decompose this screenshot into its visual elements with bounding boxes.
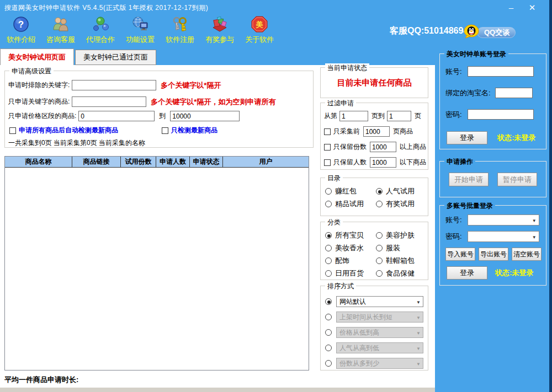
radio-button[interactable]	[325, 360, 332, 367]
price-from-input[interactable]	[78, 111, 155, 121]
column-header[interactable]: 商品链接	[72, 157, 121, 168]
advanced-settings-group: 申请高级设置 申请时排除的关键字: 多个关键字以*隔开 只申请关键字的商品: 多…	[4, 71, 314, 148]
exclude-keywords-input[interactable]	[72, 80, 156, 90]
radio-button[interactable]	[325, 245, 332, 251]
product-table[interactable]: 商品名称商品链接试用份数申请人数申请状态用户	[4, 156, 309, 370]
radio-button[interactable]	[325, 314, 332, 320]
only-latest-checkbox[interactable]	[162, 127, 168, 134]
product-table-body[interactable]	[5, 168, 309, 370]
column-header[interactable]: 用户	[223, 157, 309, 168]
toolbar-item-4[interactable]: 功能设置	[120, 15, 160, 47]
category-option[interactable]: 配饰	[325, 254, 376, 267]
sort-combobox[interactable]: 上架时间从长到短▼	[336, 312, 423, 323]
filter-from-input[interactable]	[339, 111, 368, 121]
radio-button[interactable]	[376, 188, 383, 195]
pause-apply-button[interactable]: 暂停申请	[497, 173, 537, 186]
account-input[interactable]	[468, 66, 534, 77]
single-login-button[interactable]: 登录	[447, 131, 487, 144]
column-header[interactable]: 商品名称	[5, 157, 72, 168]
help-icon: ?	[12, 15, 30, 34]
catalog-option[interactable]: 有奖试用	[376, 197, 426, 210]
batch-account-combobox[interactable]: ▼	[468, 214, 539, 225]
start-apply-button[interactable]: 开始申请	[449, 173, 489, 186]
toolbar-item-1[interactable]: ?软件介绍	[1, 15, 41, 47]
toolbar-item-7[interactable]: 美关于软件	[240, 15, 279, 47]
sort-combobox[interactable]: 份数从多到少▼	[336, 358, 423, 369]
column-header[interactable]: 申请状态	[190, 157, 223, 168]
export-accounts-button[interactable]: 导出账号	[479, 248, 508, 261]
radio-button[interactable]	[325, 298, 332, 305]
radio-button[interactable]	[325, 345, 332, 351]
filter-checkbox[interactable]	[324, 159, 331, 166]
single-login-status: 状态:未登录	[497, 133, 535, 143]
category-title: 分类	[325, 218, 343, 227]
qq-chat-button[interactable]: QQ交谈	[464, 24, 516, 40]
sort-combobox[interactable]: 人气从高到低▼	[336, 342, 423, 353]
category-option[interactable]: 美容护肤	[376, 229, 426, 241]
radio-button[interactable]	[325, 270, 332, 277]
chevron-down-icon: ▼	[416, 362, 421, 367]
catalog-option-label: 人气试用	[386, 186, 415, 196]
sort-combobox[interactable]: 价格从低到高▼	[336, 327, 423, 338]
filter-row: 只保留份数以上商品	[324, 142, 426, 152]
filter-checkbox[interactable]	[324, 144, 331, 151]
include-keywords-input[interactable]	[72, 96, 146, 107]
catalog-option[interactable]: 人气试用	[376, 185, 426, 197]
radio-button[interactable]	[325, 188, 332, 195]
radio-button[interactable]	[376, 257, 383, 264]
filter-to-input[interactable]	[387, 111, 411, 121]
column-header[interactable]: 试用份数	[121, 157, 156, 168]
category-option[interactable]: 食品保健	[376, 267, 426, 280]
filter-to-label: 页到	[371, 111, 385, 121]
category-option[interactable]: 日用百货	[325, 267, 376, 280]
batch-password-combobox[interactable]: ▼	[468, 231, 539, 242]
sort-group: 排序方式 网站默认▼上架时间从长到短▼价格从低到高▼人气从高到低▼份数从多到少▼	[320, 286, 428, 370]
close-button[interactable]: ✕	[524, 2, 540, 13]
taobao-name-input[interactable]	[495, 88, 533, 98]
radio-button[interactable]	[325, 232, 332, 239]
import-accounts-button[interactable]: 导入账号	[445, 248, 475, 261]
toolbar-item-label: 关于软件	[245, 35, 274, 45]
filter-checkbox[interactable]	[324, 128, 331, 135]
exclude-keywords-note: 多个关键字以*隔开	[161, 80, 221, 90]
toolbar-item-3[interactable]: 代理合作	[81, 15, 120, 47]
radio-button[interactable]	[376, 245, 383, 251]
radio-button[interactable]	[376, 270, 383, 277]
auto-detect-checkbox[interactable]	[9, 127, 16, 134]
category-option[interactable]: 所有宝贝	[325, 229, 376, 241]
batch-login-button[interactable]: 登录	[447, 266, 487, 280]
sort-combobox[interactable]: 网站默认▼	[336, 296, 423, 307]
price-range-label: 只申请价格区段的商品:	[8, 111, 76, 121]
radio-button[interactable]	[376, 232, 383, 239]
catalog-option-label: 赚红包	[335, 186, 357, 196]
radio-button[interactable]	[325, 201, 332, 207]
filter-row-input[interactable]	[370, 142, 396, 152]
price-to-input[interactable]	[170, 111, 240, 121]
column-header[interactable]: 申请人数	[156, 157, 190, 168]
toolbar-item-label: 咨询客服	[46, 35, 75, 45]
clear-accounts-button[interactable]: 清空账号	[512, 248, 542, 261]
catalog-option[interactable]: 精品试用	[325, 197, 376, 210]
radio-button[interactable]	[376, 201, 383, 207]
toolbar-item-5[interactable]: 软件注册	[160, 15, 200, 47]
filter-row: 只采集前页商品	[324, 126, 413, 137]
filter-from-label: 从第	[324, 111, 337, 121]
tab-bar: 美女时钟试用页面 美女时钟已通过页面	[0, 49, 156, 65]
toolbar-item-2[interactable]: 咨询客服	[41, 15, 81, 47]
catalog-option[interactable]: 赚红包	[325, 185, 376, 197]
tab-approved-page[interactable]: 美女时钟已通过页面	[75, 50, 156, 65]
toolbar-item-6[interactable]: 有奖参与	[200, 15, 240, 47]
tab-trial-page[interactable]: 美女时钟试用页面	[0, 49, 74, 65]
sort-option-row: 份数从多到少▼	[325, 356, 424, 371]
password-input[interactable]	[468, 109, 534, 120]
batch-login-status: 状态:未登录	[495, 268, 533, 278]
radio-button[interactable]	[325, 329, 332, 336]
radio-button[interactable]	[325, 257, 332, 264]
filter-row-input[interactable]	[370, 157, 396, 168]
minimize-button[interactable]: –	[503, 2, 519, 13]
category-option[interactable]: 美妆香水	[325, 241, 376, 254]
filter-row-input[interactable]	[363, 126, 390, 137]
category-option[interactable]: 鞋帽箱包	[376, 254, 426, 267]
category-option-label: 美妆香水	[335, 243, 364, 253]
category-option[interactable]: 服装	[376, 241, 426, 254]
